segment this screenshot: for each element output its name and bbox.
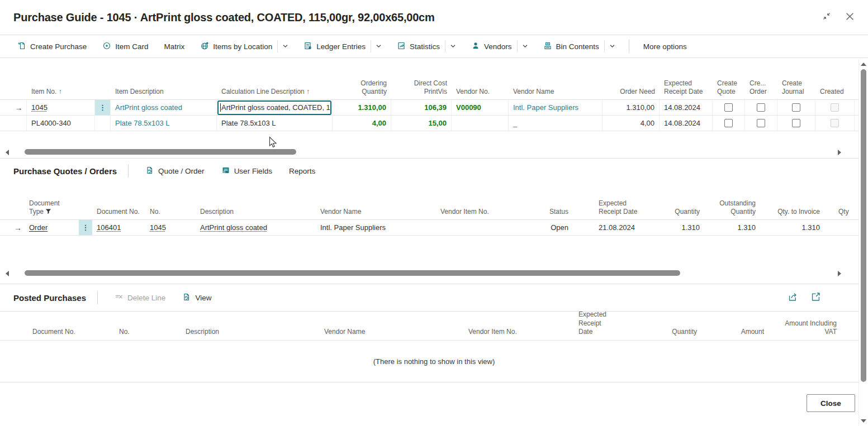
- matrix-button[interactable]: Matrix: [159, 38, 190, 55]
- vendor-no-cell[interactable]: V00090: [452, 100, 509, 115]
- create-journal-checkbox[interactable]: [792, 119, 800, 127]
- open-in-new-window-button[interactable]: [810, 291, 821, 304]
- description-cell[interactable]: ArtPrint gloss coated: [196, 220, 316, 235]
- col-header-status[interactable]: Status: [520, 208, 573, 217]
- items-by-location-dropdown[interactable]: [278, 38, 293, 55]
- qty-truncated-cell[interactable]: [824, 220, 857, 235]
- direct-cost-cell[interactable]: 15,00: [391, 116, 452, 131]
- row-selector-cell[interactable]: →: [11, 220, 25, 235]
- scroll-down-arrow[interactable]: [861, 419, 866, 423]
- vendor-name-cell[interactable]: Intl. Paper Suppliers: [316, 220, 436, 235]
- col-header-description[interactable]: Description: [196, 208, 316, 217]
- vendors-button[interactable]: Vendors: [466, 38, 517, 55]
- col-header-quantity[interactable]: Quantity: [646, 208, 704, 217]
- outstanding-quantity-cell[interactable]: 1.310: [704, 220, 760, 235]
- qty-to-invoice-cell[interactable]: 1.310: [760, 220, 824, 235]
- expected-receipt-date-cell[interactable]: 14.08.2024: [660, 116, 713, 131]
- col-header-item-no[interactable]: Item No. ↑: [27, 88, 95, 97]
- close-button[interactable]: Close: [807, 394, 855, 412]
- col-header-vendor-name[interactable]: Vendor Name: [296, 328, 436, 337]
- items-by-location-button[interactable]: Items by Location: [195, 38, 277, 55]
- item-card-button[interactable]: Item Card: [97, 38, 153, 55]
- quantity-cell[interactable]: 1.310: [646, 220, 704, 235]
- ordering-quantity-cell[interactable]: 1.310,00: [333, 100, 391, 115]
- col-header-direct-cost-printvis[interactable]: Direct Cost PrintVis: [391, 79, 452, 97]
- item-description-cell[interactable]: Plate 78.5x103 L: [111, 116, 217, 131]
- col-header-vendor-no[interactable]: Vendor No.: [452, 88, 509, 97]
- item-no-cell[interactable]: PL4000-340: [27, 116, 95, 131]
- ordering-quantity-cell[interactable]: 4,00: [333, 116, 391, 131]
- item-no-cell[interactable]: 1045: [27, 100, 95, 115]
- col-header-document-no[interactable]: Document No.: [11, 328, 101, 337]
- col-header-ordering-quantity[interactable]: Ordering Quantity: [333, 79, 391, 97]
- direct-cost-cell[interactable]: 106,39: [391, 100, 452, 115]
- col-header-create-order[interactable]: Cre... Order: [745, 79, 777, 97]
- col-header-calculation-line-description[interactable]: Calculation Line Description ↑: [217, 88, 333, 97]
- col-header-vendor-item-no[interactable]: Vendor Item No.: [436, 208, 520, 217]
- row-selector-cell[interactable]: →: [11, 100, 27, 115]
- create-journal-checkbox[interactable]: [792, 103, 800, 112]
- close-page-button[interactable]: [845, 12, 855, 23]
- calculation-line-description-cell[interactable]: Plate 78.5x103 L: [217, 116, 333, 131]
- scroll-right-arrow[interactable]: [838, 150, 841, 155]
- scrollbar-thumb[interactable]: [25, 149, 296, 155]
- col-header-expected-receipt-date[interactable]: Expected Receipt Date: [537, 310, 620, 337]
- col-header-no[interactable]: No.: [145, 208, 196, 217]
- create-order-checkbox[interactable]: [757, 119, 765, 127]
- create-order-checkbox[interactable]: [757, 103, 765, 112]
- col-header-vendor-name[interactable]: Vendor Name: [509, 88, 603, 97]
- row-options-button[interactable]: ⋮: [95, 100, 111, 115]
- view-button[interactable]: View: [177, 289, 217, 306]
- col-header-item-description[interactable]: Item Description: [111, 88, 217, 97]
- col-header-amount-including-vat[interactable]: Amount Including VAT: [769, 319, 841, 337]
- create-quote-checkbox[interactable]: [724, 119, 733, 127]
- create-quote-checkbox[interactable]: [724, 103, 733, 112]
- col-header-created[interactable]: Created: [815, 88, 855, 97]
- col-header-qty-truncated[interactable]: Qty: [824, 208, 857, 217]
- col-header-order-need[interactable]: Order Need: [603, 88, 660, 97]
- order-need-cell[interactable]: 1.310,00: [603, 100, 660, 115]
- document-no-cell[interactable]: 106401: [92, 220, 145, 235]
- no-cell[interactable]: 1045: [145, 220, 196, 235]
- col-header-create-journal[interactable]: Create Journal: [777, 79, 815, 97]
- col-header-qty-to-invoice[interactable]: Qty. to Invoice: [760, 208, 824, 217]
- order-need-cell[interactable]: 4,00: [603, 116, 660, 131]
- ledger-entries-dropdown[interactable]: [371, 38, 386, 55]
- col-header-expected-receipt-date[interactable]: Expected Receipt Date: [660, 79, 713, 97]
- col-header-no[interactable]: No.: [101, 328, 168, 337]
- col-header-vendor-name[interactable]: Vendor Name: [316, 208, 436, 217]
- scrollbar-thumb[interactable]: [25, 270, 680, 276]
- bin-contents-button[interactable]: Bin Contents: [538, 38, 604, 55]
- vendor-name-cell[interactable]: _: [509, 116, 603, 131]
- more-options-button[interactable]: More options: [638, 38, 692, 55]
- col-header-expected-receipt-date[interactable]: Expected Receipt Date: [573, 199, 646, 217]
- row-selector-cell[interactable]: [11, 116, 27, 131]
- collapse-page-button[interactable]: [822, 11, 832, 23]
- col-header-create-quote[interactable]: Create Quote: [713, 79, 745, 97]
- share-button[interactable]: [788, 291, 798, 304]
- col-header-outstanding-quantity[interactable]: Outstanding Quantity: [704, 199, 760, 217]
- col-header-vendor-item-no[interactable]: Vendor Item No.: [436, 328, 537, 337]
- statistics-button[interactable]: Statistics: [392, 38, 445, 55]
- bin-contents-dropdown[interactable]: [605, 38, 620, 55]
- scroll-left-arrow[interactable]: [6, 271, 9, 276]
- vendor-no-cell[interactable]: [452, 116, 509, 131]
- status-cell[interactable]: Open: [520, 220, 573, 235]
- user-fields-button[interactable]: User Fields: [216, 162, 278, 179]
- item-description-cell[interactable]: ArtPrint gloss coated: [111, 100, 217, 115]
- quote-order-button[interactable]: Quote / Order: [140, 162, 210, 179]
- vendor-name-cell[interactable]: Intl. Paper Suppliers: [509, 100, 603, 115]
- reports-button[interactable]: Reports: [283, 162, 321, 179]
- col-header-description[interactable]: Description: [168, 328, 296, 337]
- col-header-document-no[interactable]: Document No.: [92, 208, 145, 217]
- document-type-cell[interactable]: Order: [25, 220, 79, 235]
- col-header-document-type[interactable]: Document Type: [25, 199, 79, 217]
- row-options-button[interactable]: ⋮: [79, 220, 92, 235]
- scroll-up-arrow[interactable]: [861, 63, 866, 66]
- calculation-line-description-input[interactable]: ArtPrint gloss coated, COATED, 1: [217, 100, 331, 115]
- scrollbar-thumb[interactable]: [861, 69, 866, 382]
- col-header-quantity[interactable]: Quantity: [620, 328, 701, 337]
- row-options-cell[interactable]: [95, 116, 111, 131]
- expected-receipt-date-cell[interactable]: 21.08.2024: [573, 220, 646, 235]
- expected-receipt-date-cell[interactable]: 14.08.2024: [660, 100, 713, 115]
